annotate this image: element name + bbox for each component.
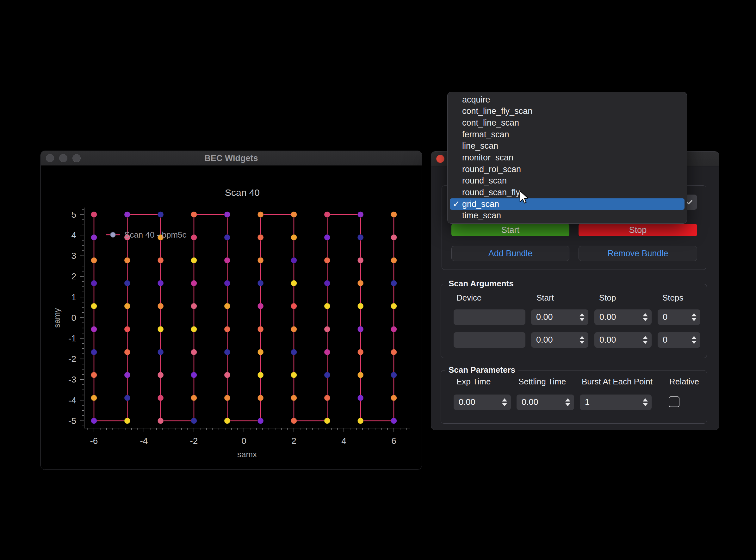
svg-text:6: 6 — [391, 436, 396, 446]
stop-spinbox[interactable]: 0.00 — [594, 309, 652, 325]
svg-text:-6: -6 — [90, 436, 98, 446]
left-window-titlebar[interactable]: BEC Widgets — [41, 151, 422, 166]
spin-up-icon[interactable] — [643, 398, 648, 401]
mouse-cursor — [519, 191, 529, 205]
svg-text:-4: -4 — [68, 396, 76, 405]
checkmark-icon: ✓ — [453, 199, 460, 209]
spin-up-icon[interactable] — [579, 336, 585, 339]
relative-checkbox[interactable] — [669, 396, 679, 407]
svg-text:4: 4 — [341, 436, 346, 446]
spin-up-icon[interactable] — [692, 336, 697, 339]
svg-text:2: 2 — [291, 436, 297, 446]
device-input[interactable] — [454, 332, 525, 348]
scan-parameters-group: Scan Parameters Exp Time Settling Time B… — [441, 370, 707, 424]
svg-text:-5: -5 — [68, 416, 76, 426]
spin-down-icon[interactable] — [643, 318, 648, 321]
start-button[interactable]: Start — [451, 224, 569, 236]
menu-item-acquire[interactable]: acquire — [448, 94, 687, 106]
spin-up-icon[interactable] — [692, 313, 697, 316]
menu-item-label: fermat_scan — [462, 130, 509, 140]
exp-time-spinbox[interactable]: 0.00 — [454, 395, 511, 410]
menu-item-label: cont_line_scan — [462, 118, 519, 128]
spin-up-icon[interactable] — [643, 313, 648, 316]
burst-spinbox[interactable]: 1 — [580, 395, 652, 410]
close-button[interactable] — [436, 155, 445, 163]
header-device: Device — [456, 293, 482, 303]
svg-text:-4: -4 — [140, 436, 148, 446]
spin-up-icon[interactable] — [643, 336, 648, 339]
header-steps: Steps — [662, 293, 683, 303]
menu-item-round_roi_scan[interactable]: round_roi_scan — [448, 164, 687, 175]
svg-text:samx: samx — [237, 449, 257, 459]
header-relative: Relative — [669, 377, 699, 387]
header-settling-time: Settling Time — [518, 377, 566, 387]
menu-item-round_scan_fly[interactable]: round_scan_fly — [448, 187, 687, 198]
spin-down-icon[interactable] — [579, 341, 585, 344]
header-burst-at-each-point: Burst At Each Point — [582, 377, 653, 387]
bec-widgets-window: BEC Widgets Scan 40-6-4-20246-5-4-3-2-10… — [40, 151, 422, 470]
plot-canvas[interactable]: Scan 40-6-4-20246-5-4-3-2-1012345samysam… — [41, 165, 422, 469]
menu-item-time_scan[interactable]: time_scan — [448, 210, 687, 221]
svg-text:samy: samy — [52, 308, 62, 328]
spin-down-icon[interactable] — [692, 341, 697, 344]
menu-item-label: line_scan — [462, 141, 498, 151]
menu-item-label: round_scan — [462, 176, 507, 186]
menu-item-cont_line_fly_scan[interactable]: cont_line_fly_scan — [448, 106, 687, 117]
svg-text:3: 3 — [71, 251, 76, 261]
menu-item-cont_line_scan[interactable]: cont_line_scan — [448, 117, 687, 129]
steps-spinbox[interactable]: 0 — [658, 309, 700, 325]
svg-text:-3: -3 — [68, 375, 76, 384]
window-title: BEC Widgets — [41, 154, 422, 163]
start-spinbox[interactable]: 0.00 — [531, 332, 588, 348]
menu-item-fermat_scan[interactable]: fermat_scan — [448, 129, 687, 140]
device-input[interactable] — [454, 309, 525, 325]
svg-text:Scan 40: Scan 40 — [225, 187, 260, 198]
svg-text:0: 0 — [71, 313, 76, 323]
header-exp-time: Exp Time — [456, 377, 491, 387]
spin-down-icon[interactable] — [565, 403, 570, 406]
menu-item-grid_scan[interactable]: ✓grid_scan — [450, 198, 685, 210]
menu-item-label: time_scan — [462, 211, 501, 221]
add-bundle-button[interactable]: Add Bundle — [451, 246, 569, 261]
desktop: BEC Widgets Scan 40-6-4-20246-5-4-3-2-10… — [0, 0, 756, 560]
settling-time-spinbox[interactable]: 0.00 — [516, 395, 574, 410]
spin-up-icon[interactable] — [502, 398, 507, 401]
svg-text:-2: -2 — [68, 354, 76, 364]
spin-up-icon[interactable] — [565, 398, 570, 401]
svg-text:1: 1 — [71, 292, 76, 302]
menu-item-round_scan[interactable]: round_scan — [448, 175, 687, 187]
svg-text:4: 4 — [71, 230, 76, 240]
menu-item-label: acquire — [462, 95, 490, 105]
svg-text:Scan 40 - bpm5c: Scan 40 - bpm5c — [124, 230, 187, 240]
remove-bundle-button[interactable]: Remove Bundle — [578, 246, 697, 261]
start-spinbox[interactable]: 0.00 — [531, 309, 588, 325]
menu-item-label: round_scan_fly — [462, 187, 520, 197]
header-start: Start — [536, 293, 554, 303]
svg-text:2: 2 — [71, 272, 76, 281]
spin-down-icon[interactable] — [579, 318, 585, 321]
scan-arguments-title: Scan Arguments — [445, 279, 517, 288]
menu-item-label: cont_line_fly_scan — [462, 106, 532, 116]
steps-spinbox[interactable]: 0 — [658, 332, 700, 348]
menu-item-monitor_scan[interactable]: monitor_scan — [448, 152, 687, 164]
menu-item-line_scan[interactable]: line_scan — [448, 140, 687, 152]
stop-spinbox[interactable]: 0.00 — [594, 332, 652, 348]
menu-item-label: monitor_scan — [462, 153, 513, 163]
svg-text:5: 5 — [71, 210, 76, 220]
spin-up-icon[interactable] — [579, 313, 585, 316]
menu-item-label: round_roi_scan — [462, 164, 521, 174]
stop-button[interactable]: Stop — [578, 224, 697, 236]
svg-text:-1: -1 — [68, 334, 76, 343]
menu-item-label: grid_scan — [462, 199, 499, 209]
scan-arguments-group: Scan Arguments Device Start Stop Steps 0… — [441, 284, 707, 358]
svg-text:-2: -2 — [190, 436, 198, 446]
spin-down-icon[interactable] — [502, 403, 507, 406]
scan-parameters-title: Scan Parameters — [445, 365, 518, 375]
header-stop: Stop — [599, 293, 616, 303]
spin-down-icon[interactable] — [692, 318, 697, 321]
spin-down-icon[interactable] — [643, 403, 648, 406]
scan-type-dropdown-menu: acquirecont_line_fly_scancont_line_scanf… — [447, 92, 687, 224]
spin-down-icon[interactable] — [643, 341, 648, 344]
svg-text:0: 0 — [241, 436, 246, 446]
scan-plot[interactable]: Scan 40-6-4-20246-5-4-3-2-1012345samysam… — [41, 165, 421, 469]
